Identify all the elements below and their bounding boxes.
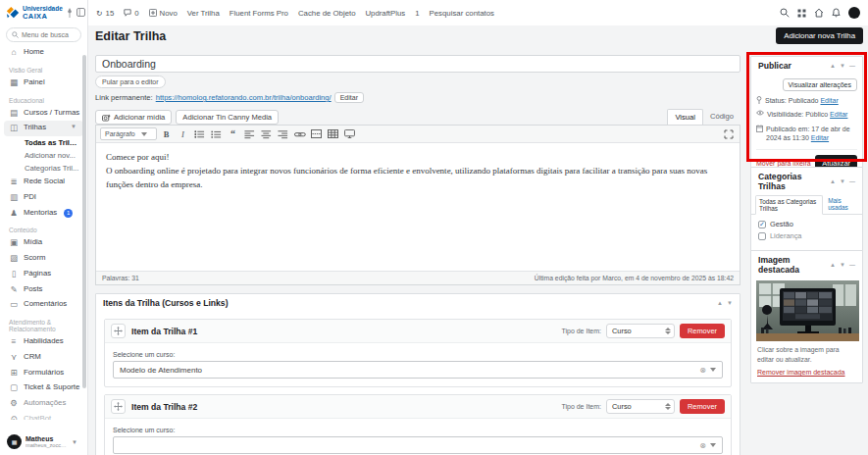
sidebar-item-painel[interactable]: ▦Painel — [0, 76, 87, 91]
sidebar-scrollbar[interactable] — [82, 55, 86, 388]
select-course-label: Selecione um curso: — [113, 351, 723, 358]
remove-featured-image-link[interactable]: Remover imagem destacada — [751, 364, 862, 382]
sidebar-item-crm[interactable]: ⋎CRM — [0, 350, 87, 366]
sidebar-item-pdi[interactable]: ▥PDI — [0, 190, 87, 206]
bullet-list-button[interactable] — [192, 127, 207, 141]
italic-button[interactable]: I — [176, 127, 190, 141]
toggle-panel-icon[interactable]: — — [849, 178, 855, 184]
notifications-bell-icon[interactable] — [832, 8, 841, 18]
permalink-url[interactable]: https://homolog.refatorando.com.br/trilh… — [156, 93, 332, 102]
remove-item-button[interactable]: Remover — [680, 399, 725, 414]
sidebar-item-home[interactable]: ⌂Home — [0, 45, 87, 61]
table-button[interactable] — [326, 127, 340, 141]
fullscreen-icon[interactable] — [721, 127, 736, 141]
tab-all-categories[interactable]: Todas as Categorias Trilhas — [755, 195, 823, 215]
add-new-trilha-button[interactable]: Adicionar nova Trilha — [776, 27, 863, 44]
remove-item-button[interactable]: Remover — [680, 324, 725, 338]
sidebar-item-mentorias[interactable]: ♟Mentorias 1 — [0, 206, 87, 222]
move-down-icon[interactable]: ▼ — [840, 262, 845, 268]
sidebar-item-scorm[interactable]: ▨Scorm — [0, 251, 87, 267]
comments-menu[interactable]: 0 — [124, 9, 138, 18]
sidebar-item-posts[interactable]: ✎Posts — [0, 282, 87, 298]
search-contacts-menu[interactable]: Pesquisar contatos — [430, 9, 494, 18]
move-to-trash-link[interactable]: Mover para lixeira — [756, 160, 811, 167]
skip-to-editor-button[interactable]: Pular para o editor — [95, 76, 166, 88]
drag-handle-icon[interactable] — [111, 399, 126, 414]
course-select[interactable]: Modelo de Atendimento ⊗ — [113, 361, 723, 379]
apps-grid-icon[interactable] — [797, 9, 806, 18]
view-trilha-menu[interactable]: Ver Trilha — [187, 9, 220, 18]
move-up-icon[interactable]: ▲ — [830, 63, 836, 69]
move-down-icon[interactable]: ▼ — [840, 178, 845, 184]
sidebar-sub-adicionar-nova[interactable]: Adicionar nov... — [0, 149, 87, 162]
sidebar-item-chatbot[interactable]: ⊙ChatBot — [0, 412, 87, 420]
collapse-sidebar-icon[interactable] — [77, 8, 85, 18]
checkbox-checked-icon[interactable]: ✓ — [758, 221, 766, 228]
move-down-icon[interactable]: ▼ — [840, 63, 845, 69]
align-right-button[interactable] — [276, 127, 290, 141]
move-up-icon[interactable]: ▲ — [830, 262, 836, 268]
object-cache-menu[interactable]: Cache de Objeto — [298, 9, 356, 18]
read-more-button[interactable] — [309, 127, 324, 141]
edit-date-link[interactable]: Editar — [811, 134, 829, 141]
avatar[interactable] — [848, 7, 860, 19]
sidebar-item-paginas[interactable]: ▯Páginas — [0, 267, 87, 282]
pending-count[interactable]: 1 — [415, 9, 419, 18]
updates-menu[interactable]: ↻ 15 — [96, 9, 114, 18]
paragraph-format-select[interactable]: Parágrafo — [100, 127, 157, 140]
sidebar-item-midia[interactable]: ▣Mídia — [0, 235, 87, 251]
category-option-gestao[interactable]: ✓ Gestão — [758, 220, 855, 228]
clear-selection-icon[interactable]: ⊗ — [699, 441, 706, 450]
link-button[interactable] — [292, 127, 307, 141]
add-media-button[interactable]: Adicionar mídia — [95, 110, 172, 125]
toggle-panel-icon[interactable]: — — [849, 262, 855, 268]
preview-monitor-button[interactable] — [342, 127, 357, 141]
numbered-list-button[interactable] — [209, 127, 224, 141]
editor-content-area[interactable]: Comece por aqui! O onboarding online é p… — [96, 143, 740, 271]
move-up-icon[interactable]: ▲ — [830, 178, 836, 184]
pin-icon[interactable] — [66, 8, 74, 18]
sidebar-item-formularios[interactable]: ⊞Formulários — [0, 366, 87, 381]
user-menu[interactable]: ▦ Matheus matheus_zocco@hotmail.com ▼ — [4, 431, 83, 452]
tab-codigo[interactable]: Código — [703, 109, 740, 125]
sidebar-item-habilidades[interactable]: ≡Habilidades — [0, 334, 87, 350]
drag-handle-icon[interactable] — [111, 324, 126, 338]
post-title-input[interactable] — [95, 55, 740, 73]
checkbox-unchecked-icon[interactable] — [758, 232, 766, 240]
toggle-panel-icon[interactable]: — — [849, 63, 855, 69]
item-type-select[interactable]: Curso — [606, 324, 675, 338]
featured-image[interactable] — [756, 280, 857, 341]
sidebar-item-trilhas[interactable]: ◫Trilhas ▼ — [4, 121, 83, 136]
align-left-button[interactable] — [242, 127, 257, 141]
search-input[interactable] — [22, 31, 76, 38]
sidebar-search[interactable] — [6, 27, 81, 42]
new-menu[interactable]: Novo — [149, 9, 178, 18]
move-down-icon[interactable]: ▼ — [727, 300, 733, 306]
sidebar-item-automacoes[interactable]: ⚙Automações — [0, 396, 87, 412]
move-up-icon[interactable]: ▲ — [717, 300, 723, 306]
blockquote-button[interactable]: “ — [226, 127, 240, 141]
sidebar-item-cursos[interactable]: ▤Cursos / Turmas — [0, 106, 87, 122]
add-tincanny-button[interactable]: Adicionar Tin Canny Media — [176, 110, 279, 125]
sidebar-item-ticket[interactable]: ▢Ticket & Suporte — [0, 380, 87, 396]
home-icon[interactable] — [814, 8, 824, 18]
item-type-select[interactable]: Curso — [606, 399, 675, 414]
fluent-forms-menu[interactable]: Fluent Forms Pro — [230, 9, 288, 18]
edit-permalink-button[interactable]: Editar — [334, 92, 364, 103]
sidebar-sub-categorias[interactable]: Categorias Tril... — [0, 162, 87, 175]
bold-button[interactable]: B — [159, 127, 174, 141]
search-icon[interactable] — [780, 8, 790, 18]
clear-selection-icon[interactable]: ⊗ — [699, 366, 706, 375]
updraftplus-menu[interactable]: UpdraftPlus — [365, 9, 405, 18]
sidebar-item-comentarios[interactable]: ▭Comentários — [0, 297, 87, 313]
sidebar-sub-todas-trilhas[interactable]: Todas as Trilhas — [0, 136, 87, 149]
edit-status-link[interactable]: Editar — [820, 97, 838, 104]
category-option-lideranca[interactable]: Liderança — [758, 231, 855, 240]
course-select[interactable]: ⊗ — [113, 436, 723, 454]
sidebar-item-rede-social[interactable]: ≣Rede Social — [0, 175, 87, 190]
tab-visual[interactable]: Visual — [667, 109, 703, 125]
edit-visibility-link[interactable]: Editar — [830, 111, 847, 118]
preview-changes-button[interactable]: Visualizar alterações — [783, 78, 857, 91]
align-center-button[interactable] — [259, 127, 274, 141]
tab-most-used[interactable]: Mais usadas — [825, 195, 858, 214]
